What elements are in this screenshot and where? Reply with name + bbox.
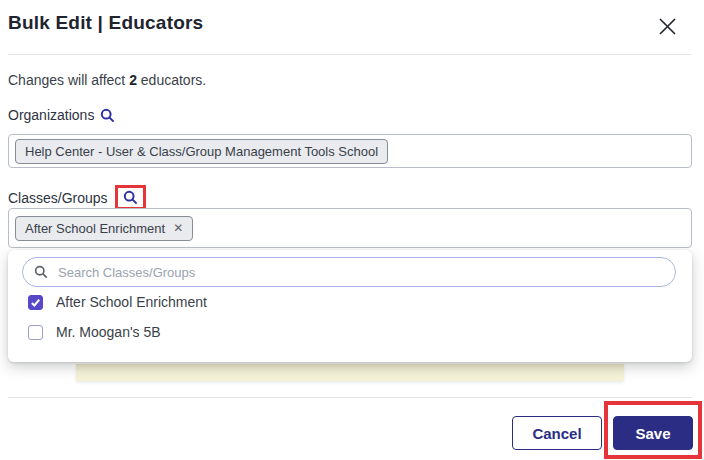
chip-remove-icon[interactable]: ✕	[173, 222, 183, 234]
organizations-label-row: Organizations	[8, 107, 115, 123]
classes-groups-input[interactable]: After School Enrichment ✕	[8, 208, 692, 248]
dropdown-option-label: Mr. Moogan's 5B	[56, 324, 161, 340]
class-chip-label: After School Enrichment	[25, 221, 165, 236]
organizations-label: Organizations	[8, 107, 94, 123]
affected-count-text: Changes will affect 2 educators.	[8, 72, 206, 88]
organization-chip-label: Help Center - User & Class/Group Managem…	[25, 144, 378, 159]
dropdown-option-mr-moogans-5b[interactable]: Mr. Moogan's 5B	[28, 322, 161, 342]
header-divider	[8, 54, 691, 55]
warning-banner-partial	[76, 364, 624, 381]
close-icon	[658, 17, 677, 36]
subtitle-prefix: Changes will affect	[8, 72, 125, 88]
class-chip: After School Enrichment ✕	[15, 216, 193, 241]
dropdown-search-input[interactable]	[56, 264, 664, 281]
organizations-search-icon[interactable]	[100, 108, 115, 123]
footer-divider	[8, 397, 692, 398]
search-icon	[34, 265, 48, 279]
classes-groups-search-icon[interactable]	[123, 190, 138, 205]
cancel-button[interactable]: Cancel	[512, 416, 602, 450]
organization-chip: Help Center - User & Class/Group Managem…	[15, 139, 388, 164]
checkbox-checked-icon[interactable]	[28, 295, 43, 310]
dropdown-search-field[interactable]	[22, 257, 676, 287]
dropdown-option-after-school-enrichment[interactable]: After School Enrichment	[28, 292, 207, 312]
checkbox-unchecked-icon[interactable]	[28, 325, 43, 340]
educator-count: 2	[129, 72, 137, 88]
classes-groups-label-row: Classes/Groups	[8, 185, 146, 210]
subtitle-suffix: educators.	[141, 72, 206, 88]
page-title: Bulk Edit | Educators	[8, 12, 203, 34]
classes-groups-dropdown: After School Enrichment Mr. Moogan's 5B	[8, 250, 692, 362]
organizations-input[interactable]: Help Center - User & Class/Group Managem…	[8, 134, 692, 168]
close-button[interactable]	[652, 11, 682, 41]
save-button[interactable]: Save	[613, 416, 693, 450]
dropdown-option-label: After School Enrichment	[56, 294, 207, 310]
annotation-rect-classes-search	[115, 185, 146, 210]
classes-groups-label: Classes/Groups	[8, 190, 108, 206]
